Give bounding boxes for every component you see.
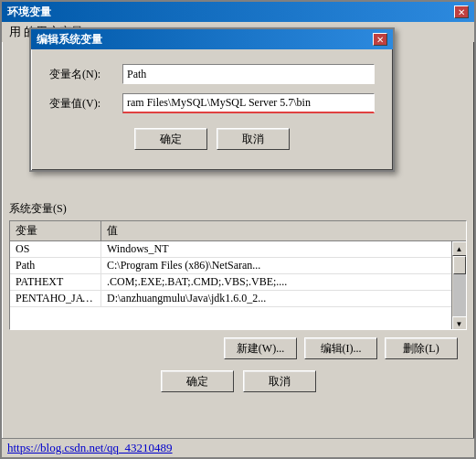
inner-titlebar: 编辑系统变量 ✕ — [31, 29, 393, 49]
ok-button[interactable]: 确定 — [161, 370, 234, 392]
inner-titlebar-buttons: ✕ — [373, 33, 387, 46]
table-cell-var: OS — [10, 241, 101, 257]
url-text: https://blog.csdn.net/qq_43210489 — [7, 441, 173, 454]
var-value-input[interactable] — [122, 93, 375, 113]
col-header-var: 变量 — [10, 221, 101, 240]
outer-close-button[interactable]: ✕ — [454, 5, 469, 18]
table-row[interactable]: PENTAHO_JAVA D:\anzhuangmulu\Java\jdk1.6… — [10, 291, 466, 307]
bottom-ok-cancel: 确定 取消 — [9, 367, 467, 400]
col-header-val: 值 — [101, 221, 466, 240]
inner-ok-button[interactable]: 确定 — [134, 128, 207, 150]
table-cell-val: .COM;.EXE;.BAT;.CMD;.VBS;.VBE;.... — [101, 274, 466, 290]
inner-cancel-button[interactable]: 取消 — [217, 128, 290, 150]
table-header: 变量 值 — [10, 221, 466, 241]
table-body[interactable]: OS Windows_NT Path C:\Program Files (x86… — [10, 241, 466, 329]
inner-modal: 编辑系统变量 ✕ 变量名(N): 变量值(V): 确定 取消 — [29, 27, 395, 172]
table-cell-val: C:\Program Files (x86)\NetSaran... — [101, 258, 466, 273]
inner-close-button[interactable]: ✕ — [373, 33, 387, 46]
var-value-label: 变量值(V): — [49, 96, 122, 112]
var-name-input[interactable] — [122, 64, 375, 84]
table-cell-var: PATHEXT — [10, 274, 101, 290]
sys-vars-table: 变量 值 OS Windows_NT Path C:\Program Files… — [9, 220, 467, 330]
outer-window: 环境变量 ✕ 用 的用户变量(U) 编辑系统变量 ✕ 变量名(N): — [0, 0, 476, 459]
sys-vars-section: 系统变量(S) 变量 值 OS Windows_NT Path C:\Progr… — [2, 196, 474, 407]
table-cell-var: Path — [10, 258, 101, 273]
sys-vars-label: 系统变量(S) — [9, 201, 467, 217]
table-row[interactable]: OS Windows_NT — [10, 241, 466, 258]
edit-button[interactable]: 编辑(I)... — [304, 337, 377, 359]
new-button[interactable]: 新建(W)... — [224, 337, 297, 359]
outer-titlebar-buttons: ✕ — [454, 5, 469, 18]
table-cell-val: Windows_NT — [101, 241, 466, 257]
var-value-row: 变量值(V): — [49, 93, 375, 113]
outer-titlebar: 环境变量 ✕ — [2, 2, 474, 22]
inner-content: 变量名(N): 变量值(V): 确定 取消 — [31, 49, 393, 170]
inner-buttons: 确定 取消 — [49, 123, 375, 159]
table-action-buttons: 新建(W)... 编辑(I)... 删除(L) — [9, 330, 467, 367]
outer-window-title: 环境变量 — [7, 5, 51, 20]
table-cell-val: D:\anzhuangmulu\Java\jdk1.6.0_2... — [101, 291, 466, 306]
var-name-row: 变量名(N): — [49, 64, 375, 84]
delete-button[interactable]: 删除(L) — [385, 337, 458, 359]
table-row[interactable]: Path C:\Program Files (x86)\NetSaran... — [10, 258, 466, 274]
cancel-button[interactable]: 取消 — [243, 370, 316, 392]
table-cell-var: PENTAHO_JAVA — [10, 291, 101, 306]
scrollbar[interactable]: ▲ ▼ — [451, 241, 466, 330]
inner-modal-title: 编辑系统变量 — [37, 32, 102, 48]
scroll-down-arrow[interactable]: ▼ — [452, 316, 467, 330]
var-name-label: 变量名(N): — [49, 67, 122, 82]
table-row[interactable]: PATHEXT .COM;.EXE;.BAT;.CMD;.VBS;.VBE;..… — [10, 274, 466, 291]
url-bar: https://blog.csdn.net/qq_43210489 — [2, 438, 474, 457]
scroll-track — [453, 256, 466, 316]
scroll-up-arrow[interactable]: ▲ — [452, 241, 467, 256]
scroll-thumb[interactable] — [453, 256, 466, 274]
